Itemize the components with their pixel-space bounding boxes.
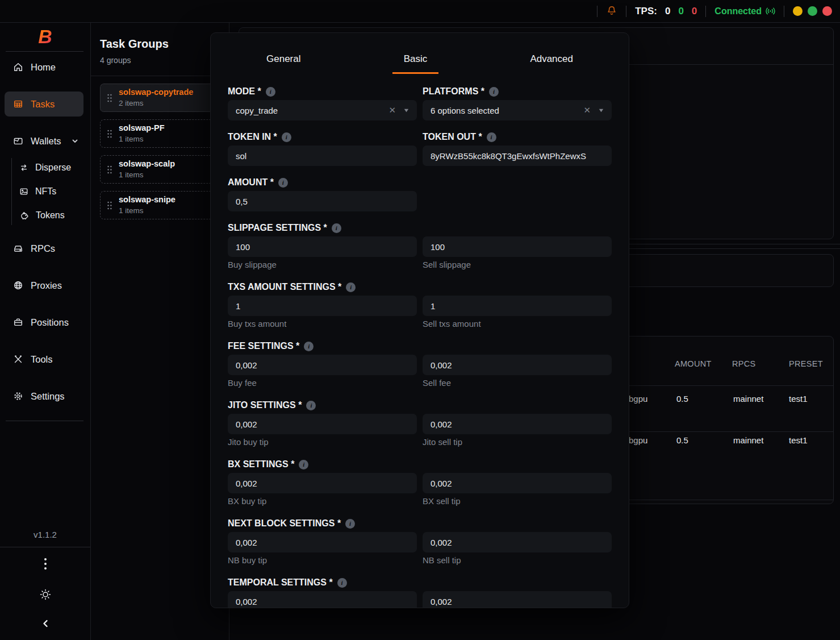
sell-fee-input[interactable]	[423, 355, 612, 375]
info-icon[interactable]: i	[306, 401, 316, 410]
info-icon[interactable]: i	[346, 282, 356, 292]
sidebar-item-label: Proxies	[31, 280, 62, 291]
task-group-card[interactable]: solswap-PF 1 items	[100, 119, 226, 148]
jito-sell-tip-hint: Jito sell tip	[423, 437, 612, 447]
top-bar: TPS: 0 0 0 Connected	[0, 0, 840, 23]
info-icon[interactable]: i	[487, 132, 496, 142]
tps-success: 0	[678, 6, 683, 17]
clear-icon[interactable]: ✕	[389, 105, 396, 115]
status-dot-green	[808, 6, 817, 16]
kebab-menu-icon	[44, 558, 47, 570]
task-group-card[interactable]: solswap-snipe 1 items	[100, 191, 226, 219]
nb-sell-tip-hint: NB sell tip	[423, 555, 612, 565]
panel-title: Task Groups	[100, 38, 222, 51]
slippage-settings-label: SLIPPAGE SETTINGS *	[228, 223, 327, 233]
info-icon[interactable]: i	[266, 87, 275, 97]
temporal-sell-input[interactable]	[423, 591, 612, 608]
sidebar-item-positions[interactable]: Positions	[0, 313, 90, 332]
drag-handle-icon[interactable]	[107, 93, 112, 103]
next-block-settings-label: NEXT BLOCK SETTINGS *	[228, 518, 341, 529]
theme-toggle-button[interactable]	[0, 587, 90, 602]
info-icon[interactable]: i	[332, 223, 341, 233]
status-dot-yellow	[793, 6, 803, 16]
sell-txs-amount-input[interactable]	[423, 296, 612, 316]
buy-fee-input[interactable]	[228, 355, 417, 375]
info-icon[interactable]: i	[489, 87, 499, 97]
nb-sell-tip-input[interactable]	[423, 532, 612, 552]
info-icon[interactable]: i	[278, 178, 288, 188]
tps-failed: 0	[692, 6, 697, 17]
gear-icon	[13, 391, 23, 401]
buy-slippage-input[interactable]	[228, 236, 417, 257]
sidebar-item-label: NFTs	[35, 186, 56, 197]
token-in-input[interactable]	[228, 146, 417, 166]
bx-sell-tip-hint: BX sell tip	[423, 496, 612, 506]
sidebar-item-settings[interactable]: Settings	[0, 387, 90, 406]
task-group-items: 1 items	[119, 170, 175, 180]
platforms-select[interactable]: 6 options selected ✕ ▼	[423, 100, 612, 120]
sidebar-item-tools[interactable]: Tools	[0, 350, 90, 369]
sidebar-item-home[interactable]: Home	[0, 57, 90, 77]
buy-txs-amount-input[interactable]	[228, 296, 417, 316]
tab-basic[interactable]: Basic	[392, 48, 439, 74]
drag-handle-icon[interactable]	[107, 165, 112, 174]
info-icon[interactable]: i	[304, 342, 314, 351]
sidebar-item-tokens[interactable]: Tokens	[0, 206, 90, 225]
notifications-bell-icon[interactable]	[606, 6, 617, 17]
tools-icon	[13, 354, 23, 364]
briefcase-icon	[13, 317, 23, 327]
separator	[626, 6, 626, 17]
tab-advanced[interactable]: Advanced	[519, 48, 584, 74]
buy-fee-hint: Buy fee	[228, 378, 417, 388]
tps-indicator: TPS: 0 0 0	[635, 6, 697, 17]
sidebar-item-wallets[interactable]: Wallets	[0, 131, 90, 151]
jito-buy-tip-hint: Jito buy tip	[228, 437, 417, 447]
mode-select[interactable]: copy_trade ✕ ▼	[228, 100, 417, 120]
caret-down-icon[interactable]: ▼	[597, 107, 604, 113]
app-version: v1.1.2	[0, 530, 90, 539]
info-icon[interactable]: i	[337, 578, 347, 588]
temporal-buy-input[interactable]	[228, 591, 417, 608]
info-icon[interactable]: i	[282, 132, 291, 142]
sell-slippage-hint: Sell slippage	[423, 260, 612, 269]
platforms-value: 6 options selected	[431, 106, 576, 115]
sidebar-item-proxies[interactable]: Proxies	[0, 276, 90, 295]
tps-label: TPS:	[635, 6, 657, 17]
caret-down-icon[interactable]: ▼	[403, 107, 409, 113]
token-out-input[interactable]	[423, 146, 612, 166]
tasks-table-icon	[13, 99, 23, 109]
amount-input[interactable]	[228, 191, 417, 211]
sell-fee-hint: Sell fee	[423, 378, 612, 388]
bx-buy-tip-input[interactable]	[228, 473, 417, 493]
sidebar-item-disperse[interactable]: Disperse	[0, 158, 90, 177]
task-group-name: solswap-PF	[119, 123, 165, 134]
sell-slippage-input[interactable]	[423, 236, 612, 257]
buy-txs-amount-hint: Buy txs amount	[228, 319, 417, 329]
status-dots	[793, 6, 832, 16]
sidebar-item-rpcs[interactable]: RPCs	[0, 239, 90, 258]
app-logo[interactable]: B	[0, 24, 90, 49]
bx-sell-tip-input[interactable]	[423, 473, 612, 493]
separator	[705, 6, 706, 17]
sidebar-item-tasks[interactable]: Tasks	[5, 92, 83, 117]
cell-rpcs: mainnet	[733, 394, 763, 404]
hard-drive-icon	[13, 243, 23, 253]
more-menu-button[interactable]	[0, 556, 90, 572]
drag-handle-icon[interactable]	[107, 129, 112, 139]
clear-icon[interactable]: ✕	[584, 105, 591, 115]
jito-sell-tip-input[interactable]	[423, 414, 612, 434]
cell-preset: test1	[789, 435, 808, 445]
info-icon[interactable]: i	[299, 460, 308, 469]
collapse-sidebar-button[interactable]	[0, 616, 90, 631]
nb-buy-tip-input[interactable]	[228, 532, 417, 552]
bx-settings-label: BX SETTINGS *	[228, 459, 294, 469]
task-edit-modal: General Basic Advanced MODE * i copy_tra…	[210, 32, 629, 608]
sidebar: B Home Tasks Wallets	[0, 23, 91, 640]
task-group-card[interactable]: solswap-copytrade 2 items	[100, 84, 226, 112]
info-icon[interactable]: i	[345, 519, 355, 529]
tab-general[interactable]: General	[255, 48, 312, 74]
drag-handle-icon[interactable]	[107, 201, 112, 210]
sidebar-item-nfts[interactable]: NFTs	[0, 182, 90, 201]
task-group-card[interactable]: solswap-scalp 1 items	[100, 155, 226, 184]
jito-buy-tip-input[interactable]	[228, 414, 417, 434]
